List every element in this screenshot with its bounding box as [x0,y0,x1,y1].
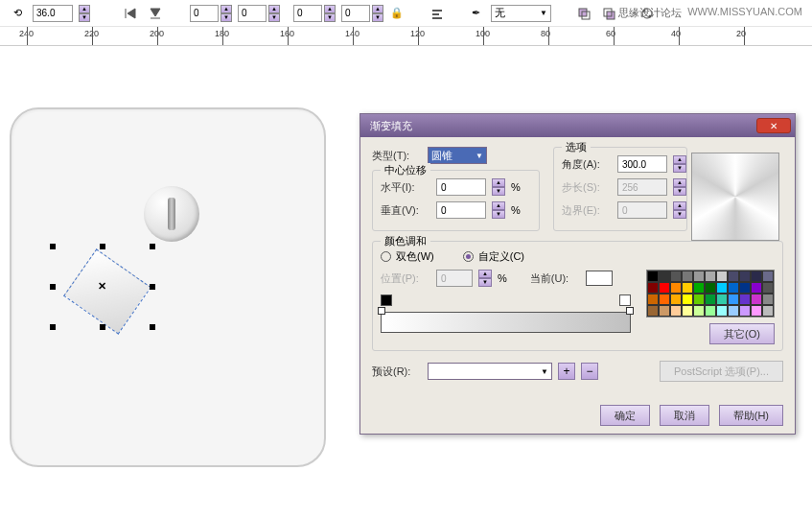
x2-spinner[interactable]: ▲▼ [324,5,336,22]
y2-spinner[interactable]: ▲▼ [372,5,383,22]
x2-input[interactable] [293,5,322,22]
palette-swatch[interactable] [682,305,693,317]
center-offset-title: 中心位移 [381,163,430,177]
palette-swatch[interactable] [716,305,728,317]
palette-swatch[interactable] [751,305,762,317]
palette-swatch[interactable] [728,305,739,317]
selected-object[interactable] [63,248,151,334]
ok-button[interactable]: 确定 [600,405,650,426]
palette-swatch[interactable] [705,282,716,294]
horiz-input[interactable] [436,178,486,196]
y1-input[interactable] [238,5,267,22]
palette-swatch[interactable] [705,271,716,282]
palette-swatch[interactable] [682,294,693,305]
horiz-spinner[interactable]: ▲▼ [492,178,505,196]
palette-swatch[interactable] [728,282,739,294]
palette-swatch[interactable] [659,271,670,282]
pen-icon[interactable]: ✒ [466,4,485,23]
mirror-h-icon[interactable] [121,4,140,23]
palette-swatch[interactable] [659,282,670,294]
gradient-stop[interactable] [378,307,385,315]
selection-handle[interactable] [150,244,155,249]
palette-swatch[interactable] [647,271,659,282]
lock-icon[interactable]: 🔒 [389,6,405,21]
current-color-chip[interactable] [586,271,613,286]
rotation-input[interactable] [33,5,73,22]
selection-handle[interactable] [150,324,155,330]
palette-swatch[interactable] [670,282,682,294]
palette-swatch[interactable] [716,282,728,294]
palette-swatch[interactable] [659,305,670,317]
palette-swatch[interactable] [647,294,659,305]
other-button[interactable]: 其它(O) [709,323,775,344]
color-palette[interactable] [646,270,775,318]
outline-select[interactable]: 无 ▼ [491,5,551,22]
x1-input[interactable] [190,5,219,22]
palette-swatch[interactable] [705,294,716,305]
palette-swatch[interactable] [728,294,739,305]
canvas[interactable]: ✕ [10,107,336,477]
palette-swatch[interactable] [693,294,705,305]
palette-swatch[interactable] [716,271,728,282]
palette-swatch[interactable] [682,271,693,282]
two-color-radio[interactable]: 双色(W) [381,249,434,264]
palette-swatch[interactable] [647,282,659,294]
palette-swatch[interactable] [751,271,762,282]
selection-center-icon[interactable]: ✕ [98,280,106,293]
vert-spinner[interactable]: ▲▼ [492,201,505,219]
palette-swatch[interactable] [716,294,728,305]
x1-spinner[interactable]: ▲▼ [220,5,232,22]
start-color-chip[interactable] [381,294,392,306]
palette-swatch[interactable] [739,305,751,317]
align-icon[interactable] [428,4,447,23]
selection-handle[interactable] [100,244,105,249]
to-back-icon[interactable] [599,4,618,23]
close-button[interactable]: ✕ [756,118,791,133]
y2-input[interactable] [341,5,370,22]
rotation-spinner[interactable]: ▲▼ [79,5,90,22]
selection-handle[interactable] [50,324,56,330]
selection-handle[interactable] [50,244,56,249]
palette-swatch[interactable] [670,271,682,282]
to-front-icon[interactable] [574,4,593,23]
palette-swatch[interactable] [751,282,762,294]
palette-swatch[interactable] [762,294,774,305]
palette-swatch[interactable] [762,271,774,282]
palette-swatch[interactable] [647,305,659,317]
selection-handle[interactable] [50,284,56,290]
dialog-titlebar[interactable]: 渐变填充 ✕ [360,114,795,137]
gradient-stop[interactable] [626,307,634,315]
cancel-button[interactable]: 取消 [660,405,709,426]
palette-swatch[interactable] [693,282,705,294]
custom-radio[interactable]: 自定义(C) [463,249,524,264]
palette-swatch[interactable] [728,271,739,282]
palette-swatch[interactable] [739,282,751,294]
palette-swatch[interactable] [682,282,693,294]
end-color-chip[interactable] [619,294,631,306]
type-select[interactable]: 圆锥 ▼ [428,147,487,164]
palette-swatch[interactable] [751,294,762,305]
angle-spinner[interactable]: ▲▼ [673,155,686,173]
palette-swatch[interactable] [762,305,774,317]
help-button[interactable]: 帮助(H) [719,405,783,426]
y1-spinner[interactable]: ▲▼ [268,5,280,22]
palette-swatch[interactable] [739,294,751,305]
selection-handle[interactable] [100,324,105,330]
selection-handle[interactable] [150,284,155,290]
preset-select[interactable]: ▼ [428,363,552,380]
palette-swatch[interactable] [705,305,716,317]
palette-swatch[interactable] [762,282,774,294]
mirror-v-icon[interactable] [146,4,165,23]
gradient-bar[interactable] [381,312,631,333]
rotate-icon[interactable]: ⟲ [8,4,27,23]
angle-input[interactable] [617,155,667,173]
palette-swatch[interactable] [659,294,670,305]
palette-swatch[interactable] [693,305,705,317]
palette-swatch[interactable] [693,271,705,282]
preset-remove-button[interactable]: − [581,363,598,380]
palette-swatch[interactable] [670,305,682,317]
palette-swatch[interactable] [670,294,682,305]
palette-swatch[interactable] [739,271,751,282]
preset-add-button[interactable]: + [558,363,575,380]
vert-input[interactable] [436,201,486,219]
